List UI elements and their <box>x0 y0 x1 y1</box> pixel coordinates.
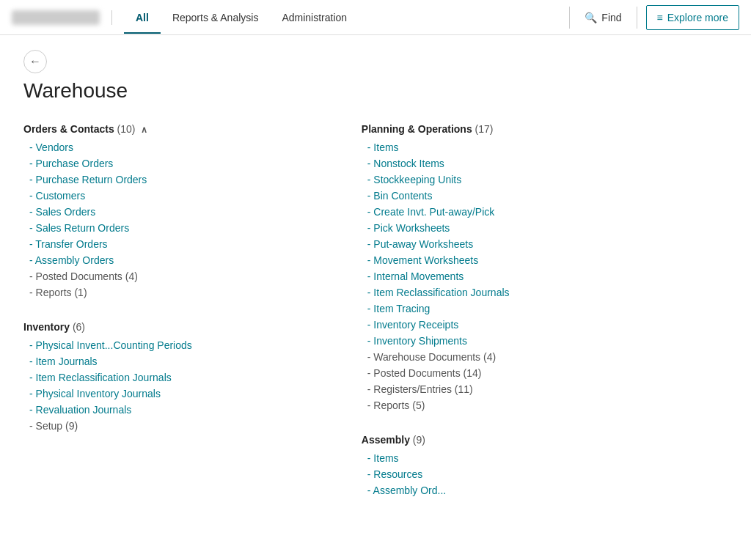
nonstock-items-link[interactable]: - Nonstock Items <box>362 155 728 172</box>
item-journals-link[interactable]: - Item Journals <box>23 353 332 369</box>
transfer-orders-link[interactable]: - Transfer Orders <box>23 236 332 252</box>
purchase-orders-link[interactable]: - Purchase Orders <box>23 155 332 172</box>
internal-movements-link[interactable]: - Internal Movements <box>362 268 728 284</box>
sales-return-orders-link[interactable]: - Sales Return Orders <box>23 220 332 236</box>
list-icon: ≡ <box>657 12 663 23</box>
items-right-link[interactable]: - Items <box>362 139 728 155</box>
assembly-label: Assembly <box>362 434 410 446</box>
vendors-link[interactable]: - Vendors <box>23 139 332 155</box>
page-title: Warehouse <box>23 79 728 103</box>
section-orders-contacts-title: Orders & Contacts (10) ∧ <box>23 123 332 135</box>
assembly-count: (9) <box>413 434 425 446</box>
reports-left: - Reports (1) <box>23 284 332 301</box>
planning-count: (17) <box>475 123 494 135</box>
sales-orders-link[interactable]: - Sales Orders <box>23 204 332 220</box>
header-divider <box>569 7 570 29</box>
reports-right: - Reports (5) <box>362 397 728 413</box>
inventory-count: (6) <box>73 321 85 333</box>
header: All Reports & Analysis Administration 🔍 … <box>0 0 751 35</box>
pick-worksheets-link[interactable]: - Pick Worksheets <box>362 220 728 236</box>
assembly-ord-link[interactable]: - Assembly Ord... <box>362 482 728 498</box>
orders-contacts-toggle[interactable]: ∧ <box>141 125 147 135</box>
page-content: ← Warehouse Orders & Contacts (10) ∧ - V… <box>0 35 751 534</box>
section-assembly: Assembly (9) - Items - Resources - Assem… <box>362 434 728 498</box>
logo-area <box>12 10 112 25</box>
revaluation-journals-link[interactable]: - Revaluation Journals <box>23 402 332 418</box>
section-inventory-title: Inventory (6) <box>23 321 332 333</box>
search-icon: 🔍 <box>585 12 597 23</box>
logo-image <box>12 10 100 25</box>
setup-left: - Setup (9) <box>23 418 332 434</box>
purchase-return-orders-link[interactable]: - Purchase Return Orders <box>23 172 332 188</box>
posted-documents-left: - Posted Documents (4) <box>23 268 332 284</box>
back-button[interactable]: ← <box>23 50 47 73</box>
physical-invent-link[interactable]: - Physical Invent...Counting Periods <box>23 337 332 353</box>
item-tracing-link[interactable]: - Item Tracing <box>362 301 728 317</box>
warehouse-documents: - Warehouse Documents (4) <box>362 349 728 365</box>
assembly-orders-link[interactable]: - Assembly Orders <box>23 252 332 268</box>
item-reclass-journals-right-link[interactable]: - Item Reclassification Journals <box>362 284 728 301</box>
nav-all[interactable]: All <box>124 1 161 34</box>
planning-label: Planning & Operations <box>362 123 472 135</box>
physical-inventory-journals-link[interactable]: - Physical Inventory Journals <box>23 386 332 402</box>
putaway-worksheets-link[interactable]: - Put-away Worksheets <box>362 236 728 252</box>
resources-link[interactable]: - Resources <box>362 466 728 482</box>
section-inventory: Inventory (6) - Physical Invent...Counti… <box>23 321 332 434</box>
registers-entries: - Registers/Entries (11) <box>362 381 728 397</box>
item-reclass-journals-left-link[interactable]: - Item Reclassification Journals <box>23 369 332 386</box>
section-planning-operations: Planning & Operations (17) - Items - Non… <box>362 123 728 413</box>
right-column: Planning & Operations (17) - Items - Non… <box>362 123 728 519</box>
section-orders-contacts: Orders & Contacts (10) ∧ - Vendors - Pur… <box>23 123 332 301</box>
nav-reports-analysis[interactable]: Reports & Analysis <box>161 1 271 34</box>
main-nav: All Reports & Analysis Administration <box>124 1 563 34</box>
header-divider2 <box>637 7 637 29</box>
find-button[interactable]: 🔍 Find <box>576 7 630 28</box>
columns: Orders & Contacts (10) ∧ - Vendors - Pur… <box>23 123 728 519</box>
orders-contacts-label: Orders & Contacts <box>23 123 114 135</box>
inventory-label: Inventory <box>23 321 70 333</box>
bin-contents-link[interactable]: - Bin Contents <box>362 188 728 204</box>
explore-label: Explore more <box>667 12 728 23</box>
assembly-items-link[interactable]: - Items <box>362 450 728 466</box>
find-label: Find <box>601 12 621 23</box>
nav-administration[interactable]: Administration <box>270 1 359 34</box>
inventory-shipments-link[interactable]: - Inventory Shipments <box>362 333 728 349</box>
movement-worksheets-link[interactable]: - Movement Worksheets <box>362 252 728 268</box>
explore-more-button[interactable]: ≡ Explore more <box>646 5 739 30</box>
inventory-receipts-link[interactable]: - Inventory Receipts <box>362 317 728 333</box>
posted-documents-right: - Posted Documents (14) <box>362 365 728 381</box>
section-planning-title: Planning & Operations (17) <box>362 123 728 135</box>
left-column: Orders & Contacts (10) ∧ - Vendors - Pur… <box>23 123 362 519</box>
orders-contacts-count: (10) <box>117 123 136 135</box>
create-invt-putaway-link[interactable]: - Create Invt. Put-away/Pick <box>362 204 728 220</box>
stockkeeping-units-link[interactable]: - Stockkeeping Units <box>362 172 728 188</box>
customers-link[interactable]: - Customers <box>23 188 332 204</box>
section-assembly-title: Assembly (9) <box>362 434 728 446</box>
